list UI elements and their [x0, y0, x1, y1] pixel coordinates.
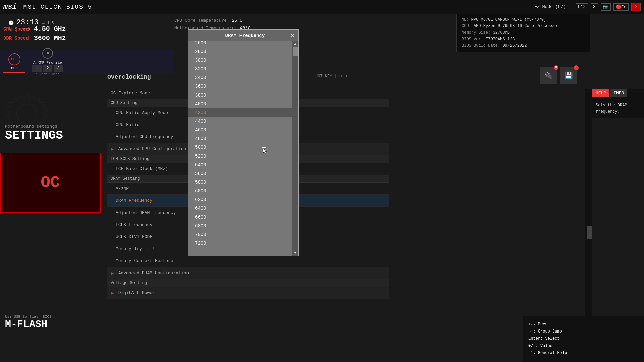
dram-frequency-modal: DRAM Frequency × ▲ Auto20002200240026002… [188, 29, 299, 256]
setting-memory-context[interactable]: Memory Context Restore [107, 255, 389, 267]
screenshot-icon[interactable]: F12 [576, 3, 588, 10]
freq-option-3400[interactable]: 3400 [188, 73, 292, 82]
language-icon[interactable]: 🔴En [613, 3, 629, 11]
scroll-down-arrow[interactable]: ▼ [293, 251, 298, 255]
usb-icon-1: 🔌 U [540, 67, 557, 84]
enter-hint: Enter: Select [528, 336, 560, 341]
setting-digitall[interactable]: ▶ DigitALL Power [107, 287, 389, 299]
adjusted-dram-label: Adjusted DRAM Frequency [111, 210, 195, 215]
svg-point-0 [17, 104, 37, 124]
freq-option-3800[interactable]: 3800 [188, 91, 292, 100]
usb-badge-2: U [574, 65, 579, 70]
freq-option-6000[interactable]: 6000 [188, 187, 292, 195]
freq-option-6600[interactable]: 6600 [188, 213, 292, 222]
gear-decoration [0, 74, 101, 154]
s-icon[interactable]: S [591, 3, 598, 10]
freq-option-4600[interactable]: 4600 [188, 126, 292, 134]
voltage-setting-header: Voltage Setting [107, 279, 389, 287]
fch-base-clock-label: FCH Base Clock (MHz) [111, 166, 195, 171]
freq-option-2800[interactable]: 2800 [188, 47, 292, 56]
axmp-nav-btn[interactable]: ⊞ A-XMP Profile 1 2 3 1 user 2 user [27, 46, 68, 78]
bios-date-label: BIOS Build Date: [462, 43, 500, 48]
cpu-speed-label: CPU Speed [3, 26, 29, 32]
freq-option-5000[interactable]: 5000 [188, 143, 292, 152]
move-hint: ↑↓: Move [528, 322, 548, 326]
help-tab[interactable]: HELP [592, 89, 609, 97]
cpu-nav-icon: CPU [8, 53, 20, 65]
value-hint: +/-: Value [528, 344, 552, 348]
profile-numbers: 1 2 3 [32, 65, 63, 72]
undo-icon[interactable]: ↺ [344, 74, 347, 79]
setting-advanced-dram[interactable]: ▶ Advanced DRAM Configuration [107, 267, 389, 279]
bottom-help-panel: ↑↓: Move →←: Group Jump Enter: Select +/… [523, 316, 644, 362]
freq-option-4000[interactable]: 4000 [188, 100, 292, 108]
freq-option-2600[interactable]: 2600 [188, 41, 292, 47]
scroll-thumb[interactable] [587, 226, 592, 239]
mflash-panel[interactable]: Use USB to flash BIOS M-FLASH [0, 310, 101, 335]
freq-option-5400[interactable]: 5400 [188, 161, 292, 169]
ez-mode-button[interactable]: EZ Mode (F7) [530, 3, 570, 11]
cpu-speed-value: 4.50 GHz [34, 25, 66, 33]
freq-option-6200[interactable]: 6200 [188, 195, 292, 204]
axmp-nav-label: A-XMP Profile [33, 61, 62, 65]
oc-label: OC [41, 174, 60, 192]
cpu-value: AMD Ryzen 9 7950X 16-Core Processor [474, 24, 558, 28]
freq-option-6800[interactable]: 6800 [188, 222, 292, 230]
memory-context-label: Memory Context Restore [111, 258, 195, 263]
nav-icons: CPU CPU ⊞ A-XMP Profile 1 2 3 1 user 2 u… [0, 50, 174, 74]
hotkey-text: HOT KEY | ↺ [315, 74, 342, 79]
mem-label: Memory Size: [462, 30, 490, 35]
freq-option-5600[interactable]: 5600 [188, 169, 292, 178]
scroll-up-arrow[interactable]: ▲ [293, 42, 298, 46]
cpu-nav-btn[interactable]: CPU CPU [3, 52, 25, 73]
freq-option-7000[interactable]: 7000 [188, 230, 292, 239]
axmp-nav-icon: ⊞ [42, 48, 53, 59]
freq-option-3200[interactable]: 3200 [188, 65, 292, 73]
freq-option-6400[interactable]: 6400 [188, 204, 292, 213]
usb-icon-2: 💾 U [560, 67, 577, 84]
bios-title: MSI CLICK BIOS 5 [20, 4, 96, 10]
freq-option-4800[interactable]: 4800 [188, 134, 292, 143]
adjusted-cpu-freq-label: Adjusted CPU Frequency [111, 134, 195, 139]
close-button[interactable]: × [631, 3, 641, 11]
bios-ver-label: BIOS Ver: [462, 37, 483, 42]
ddr-speed-label: DDR Speed [3, 36, 29, 41]
profile-3-btn[interactable]: 3 [54, 65, 63, 72]
modal-scrollbar: ▼ [292, 41, 298, 256]
modal-items-container: Auto200022002400260028003000320034003600… [188, 41, 292, 256]
oc-sidebar-item[interactable]: OC [0, 153, 101, 213]
freq-option-5800[interactable]: 5800 [188, 178, 292, 187]
memory-try-label: Memory Try It ! [111, 246, 195, 251]
system-info-panel: MB: MPG X670E CARBON WIFI (MS-7D70) CPU:… [456, 14, 590, 52]
bios-date-value: 09/26/2022 [502, 43, 527, 48]
cpu-label: CPU: [462, 24, 471, 28]
scrollbar-thumb[interactable] [293, 47, 298, 56]
cpu-nav-label: CPU [11, 66, 18, 70]
profile-2-btn[interactable]: 2 [43, 65, 52, 72]
freq-option-3600[interactable]: 3600 [188, 82, 292, 91]
camera-icon[interactable]: 📷 [601, 3, 611, 11]
freq-option-4200[interactable]: 4200 [188, 108, 292, 117]
axmp-label: A-XMP [111, 186, 195, 191]
cpu-temp-value: 25°C [232, 18, 243, 23]
freq-option-5200[interactable]: 5200 [188, 152, 292, 161]
profile-1-btn[interactable]: 1 [32, 65, 42, 72]
freq-option-3000[interactable]: 3000 [188, 56, 292, 65]
info-tab[interactable]: INFO [610, 89, 627, 97]
fclk-label: FCLK Frequency [111, 222, 195, 227]
group-jump-hint: →←: Group Jump [528, 329, 562, 334]
modal-header: DRAM Frequency × [188, 30, 298, 41]
digitall-label: DigitALL Power [117, 290, 201, 295]
modal-close-button[interactable]: × [291, 33, 294, 39]
msi-logo: msi [0, 3, 20, 11]
modal-list[interactable]: ▲ Auto2000220024002600280030003200340036… [188, 41, 298, 256]
top-bar: msi MSI CLICK BIOS 5 EZ Mode (F7) F12 S … [0, 0, 644, 14]
cpu-ratio-label: CPU Ratio [111, 122, 195, 127]
freq-option-4400[interactable]: 4400 [188, 117, 292, 126]
overclocking-title: Overclocking [107, 74, 151, 80]
help-content: Sets the DRAM frequency. [592, 99, 644, 118]
freq-option-7200[interactable]: 7200 [188, 239, 292, 248]
usb-icons: 🔌 U 💾 U [540, 67, 577, 84]
cpu-speed-row: CPU Speed 4.50 GHz [3, 25, 66, 33]
arrow-icon-digitall: ▶ [111, 290, 114, 296]
